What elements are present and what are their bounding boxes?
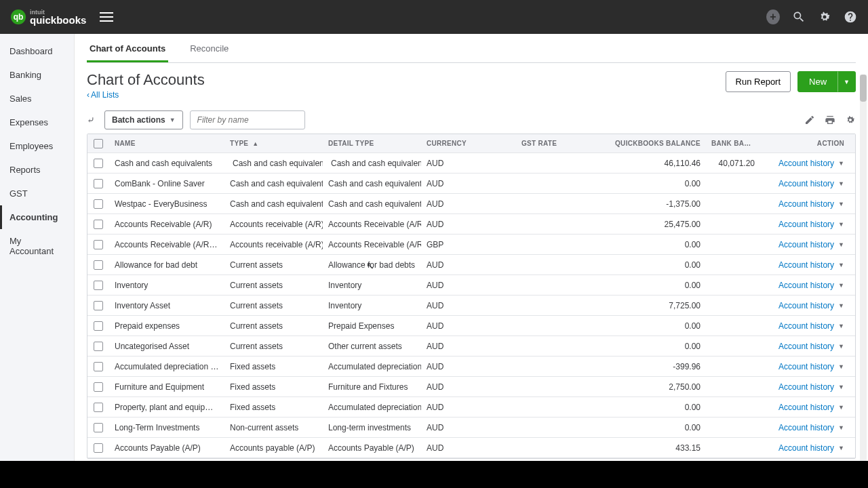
col-type[interactable]: TYPE▲ — [224, 140, 323, 147]
account-history-link[interactable]: Account history ▼ — [778, 199, 844, 209]
sidebar-item-employees[interactable]: Employees — [0, 134, 74, 158]
col-bank-balance[interactable]: BANK BALANCE — [706, 140, 760, 147]
cell-detail: Cash and cash equivalents — [323, 179, 421, 188]
col-gst[interactable]: GST RATE — [516, 140, 584, 147]
cell-qb-balance: 0.00 — [584, 342, 706, 351]
cell-currency: AUD — [421, 423, 516, 432]
row-checkbox[interactable] — [94, 301, 103, 310]
row-checkbox[interactable] — [94, 403, 103, 412]
edit-icon[interactable] — [804, 115, 815, 125]
row-checkbox[interactable] — [94, 199, 103, 209]
sidebar-item-my-accountant[interactable]: My Accountant — [0, 229, 74, 263]
row-checkbox[interactable] — [94, 321, 103, 331]
cell-qb-balance: 2,750.00 — [584, 382, 706, 392]
cell-qb-balance: 46,110.46 — [584, 159, 706, 168]
table-row: ComBank - Online SaverCash and cash equi… — [87, 174, 855, 194]
col-name[interactable]: NAME — [109, 140, 224, 147]
row-checkbox[interactable] — [94, 220, 103, 229]
gear-icon[interactable] — [818, 10, 831, 24]
menu-toggle-icon[interactable] — [97, 7, 116, 27]
sidebar-item-banking[interactable]: Banking — [0, 63, 74, 87]
cell-name: Prepaid expenses — [109, 321, 224, 331]
table-row: Accounts Receivable (A/R)Accounts receiv… — [87, 214, 855, 235]
batch-actions-button[interactable]: Batch actions ▼ — [104, 110, 183, 129]
sidebar-item-reports[interactable]: Reports — [0, 158, 74, 182]
row-checkbox[interactable] — [94, 240, 103, 249]
filter-input[interactable] — [190, 110, 305, 129]
row-checkbox[interactable] — [94, 260, 103, 270]
row-checkbox[interactable] — [94, 281, 103, 290]
cell-type: Accounts receivable (A/R) — [224, 220, 323, 229]
select-all-checkbox[interactable] — [94, 139, 103, 148]
table-row: InventoryCurrent assetsInventoryAUD0.00A… — [87, 275, 855, 296]
account-history-link[interactable]: Account history ▼ — [778, 220, 844, 229]
cell-name: Accumulated depreciation on property, p — [109, 362, 224, 371]
row-checkbox[interactable] — [94, 443, 103, 453]
account-history-link[interactable]: Account history ▼ — [778, 281, 844, 290]
sidebar-item-dashboard[interactable]: Dashboard — [0, 39, 74, 63]
account-history-link[interactable]: Account history ▼ — [778, 443, 844, 453]
account-history-link[interactable]: Account history ▼ — [778, 362, 844, 371]
cell-currency: AUD — [421, 301, 516, 310]
add-icon[interactable]: + — [766, 10, 780, 24]
new-button[interactable]: New — [797, 71, 838, 92]
account-history-link[interactable]: Account history ▼ — [778, 179, 844, 188]
cell-qb-balance: 0.00 — [584, 281, 706, 290]
col-qb-balance[interactable]: QUICKBOOKS BALANCE — [584, 140, 706, 147]
scrollbar-thumb[interactable] — [860, 75, 867, 102]
tabs: Chart of AccountsReconcile — [87, 37, 856, 63]
sidebar-item-sales[interactable]: Sales — [0, 87, 74, 110]
chevron-down-icon: ▼ — [838, 241, 844, 248]
cell-currency: AUD — [421, 179, 516, 188]
account-history-link[interactable]: Account history ▼ — [778, 382, 844, 392]
cell-detail: Inventory — [323, 281, 421, 290]
account-history-link[interactable]: Account history ▼ — [778, 403, 844, 412]
cell-type: Fixed assets — [224, 403, 323, 412]
sidebar: DashboardBankingSalesExpensesEmployeesRe… — [0, 34, 75, 461]
app-logo: qb intuit quickbooks — [11, 9, 86, 26]
scrollbar[interactable] — [860, 75, 867, 461]
table-row: Accumulated depreciation on property, pF… — [87, 357, 855, 377]
bottom-bar — [0, 461, 868, 488]
row-checkbox[interactable] — [94, 342, 103, 351]
row-checkbox[interactable] — [94, 179, 103, 188]
row-checkbox[interactable] — [94, 423, 103, 432]
account-history-link[interactable]: Account history ▼ — [778, 301, 844, 310]
row-checkbox[interactable] — [94, 362, 103, 371]
account-history-link[interactable]: Account history ▼ — [778, 423, 844, 432]
account-history-link[interactable]: Account history ▼ — [778, 260, 844, 270]
app-name: quickbooks — [30, 14, 86, 26]
col-detail[interactable]: DETAIL TYPE — [323, 140, 421, 147]
cell-name: Uncategorised Asset — [109, 342, 224, 351]
print-icon[interactable] — [825, 115, 835, 125]
sidebar-item-expenses[interactable]: Expenses — [0, 110, 74, 134]
search-icon[interactable] — [792, 10, 806, 24]
cell-name: Cash and cash equivalents — [109, 159, 224, 168]
cell-currency: AUD — [421, 281, 516, 290]
account-history-link[interactable]: Account history ▼ — [778, 321, 844, 331]
cell-type: Accounts payable (A/P) — [224, 443, 323, 453]
collapse-icon[interactable]: ⤶ — [87, 115, 98, 125]
cell-currency: AUD — [421, 443, 516, 453]
row-checkbox[interactable] — [94, 159, 103, 168]
chevron-down-icon: ▼ — [838, 160, 844, 167]
tab-chart-of-accounts[interactable]: Chart of Accounts — [87, 37, 168, 62]
table-row: Property, plant and equipmentFixed asset… — [87, 397, 855, 418]
account-history-link[interactable]: Account history ▼ — [778, 159, 844, 168]
help-icon[interactable] — [844, 10, 857, 24]
cell-detail: Prepaid Expenses — [323, 321, 421, 331]
new-button-dropdown[interactable]: ▼ — [837, 71, 856, 92]
settings-icon[interactable] — [845, 115, 856, 125]
account-history-link[interactable]: Account history ▼ — [778, 342, 844, 351]
sidebar-item-accounting[interactable]: Accounting — [0, 205, 74, 229]
account-history-link[interactable]: Account history ▼ — [778, 240, 844, 249]
cell-name: Westpac - EveryBusiness — [109, 199, 224, 209]
back-link[interactable]: ‹ All Lists — [87, 90, 205, 100]
accounts-table: NAME TYPE▲ DETAIL TYPE CURRENCY GST RATE… — [87, 134, 856, 459]
tab-reconcile[interactable]: Reconcile — [187, 37, 231, 62]
col-currency[interactable]: CURRENCY — [421, 140, 516, 147]
sidebar-item-gst[interactable]: GST — [0, 182, 74, 205]
row-checkbox[interactable] — [94, 382, 103, 392]
cell-name: Property, plant and equipment — [109, 403, 224, 412]
run-report-button[interactable]: Run Report — [726, 71, 791, 92]
